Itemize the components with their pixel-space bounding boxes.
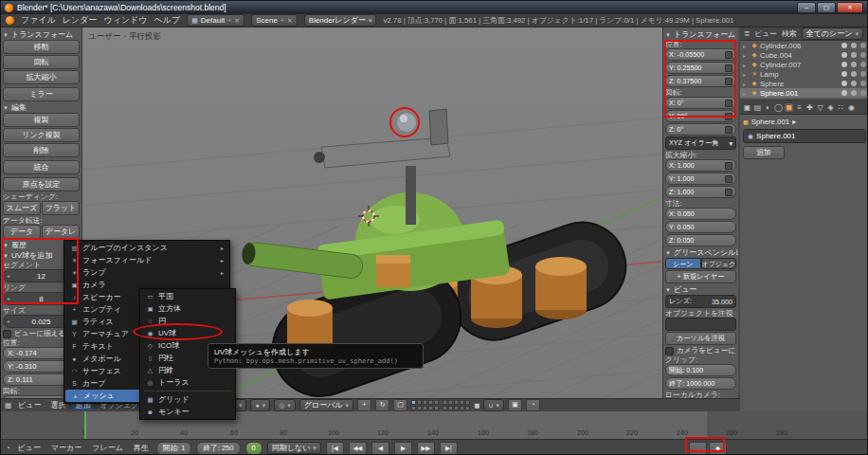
rotation-x-field[interactable]: X: 0° (665, 97, 736, 109)
expand-icon[interactable]: ▸ (743, 52, 749, 59)
data-transfer-button[interactable]: データ (3, 225, 41, 239)
layer-toggle[interactable] (454, 406, 459, 410)
timeline-ruler[interactable]: 0 20 40 60 80 100 120 140 160 180 200 22… (1, 411, 868, 439)
layer-toggle[interactable] (411, 400, 416, 405)
dim-x-field[interactable]: X: 0.050 (665, 208, 736, 220)
mesh-item-grid[interactable]: ▦グリッド (140, 393, 235, 406)
frame-end-field[interactable]: 終了: 250 (196, 442, 240, 455)
scene-selector[interactable]: Scene + ✕ (251, 14, 298, 27)
view-menu[interactable]: ビュー (15, 400, 44, 410)
mesh-item-monkey[interactable]: ☻モンキー (140, 406, 235, 418)
select-toggle[interactable] (851, 71, 857, 77)
lock-icon[interactable] (725, 162, 732, 170)
delete-scene-icon[interactable]: ✕ (287, 17, 293, 25)
layer-toggle[interactable] (443, 400, 447, 405)
object-name[interactable]: Sphere (760, 80, 838, 88)
align-to-view-checkbox[interactable] (3, 330, 11, 338)
jump-to-start-button[interactable]: |◀ (326, 442, 344, 455)
shade-flat-button[interactable]: フラット (42, 201, 80, 215)
mesh-item-cube[interactable]: ▣立方体 (140, 302, 235, 315)
layer-toggle[interactable] (448, 400, 453, 405)
lock-icon[interactable] (725, 126, 732, 134)
visibility-toggle[interactable] (841, 81, 847, 86)
move-button[interactable]: 移動 (3, 40, 80, 54)
render-engine-selector[interactable]: Blenderレンダー ▾ (304, 14, 377, 27)
mesh-item-torus[interactable]: ◎トーラス (140, 376, 235, 389)
outliner-editor-icon[interactable]: ≣ (744, 29, 750, 38)
location-x-field[interactable]: X: -0.05500 (665, 48, 736, 61)
layer-toggle[interactable] (417, 406, 422, 410)
render-toggle[interactable] (860, 43, 866, 48)
layer-toggle[interactable] (465, 406, 470, 410)
layer-toggle[interactable] (448, 406, 453, 410)
layer-toggle[interactable] (434, 400, 439, 405)
npanel-transform-header[interactable]: ▼ トランスフォーム (665, 29, 736, 40)
rotation-mode-dropdown[interactable]: XYZ オイラー角 ▾ (665, 136, 736, 150)
outliner-item-cylinder006[interactable]: ▸ ◆ Cylinder.006 (740, 41, 868, 50)
select-toggle[interactable] (851, 81, 857, 86)
orientation-dropdown[interactable]: グローバル ▾ (299, 399, 353, 411)
auto-keyframe-button[interactable]: ● (689, 442, 707, 455)
scale-z-field[interactable]: Z: 1.000 (665, 186, 736, 198)
outliner-menu-search[interactable]: 検索 (782, 28, 797, 39)
select-toggle[interactable] (851, 62, 857, 67)
visibility-toggle[interactable] (841, 62, 847, 67)
camera-to-view-checkbox[interactable] (665, 347, 674, 355)
outliner-item-cube004[interactable]: ▸ ◆ Cube.004 (740, 50, 868, 60)
join-button[interactable]: 統合 (3, 160, 80, 174)
manipulator-scale-button[interactable]: ▢ (393, 399, 407, 411)
object-name[interactable]: Cylinder.007 (760, 61, 838, 69)
play-button[interactable]: ▶ (394, 442, 412, 455)
add-scene-icon[interactable]: + (280, 17, 284, 24)
add-menu-item-lamp[interactable]: ☀ランプ▸ (64, 266, 229, 279)
select-toggle[interactable] (851, 90, 857, 96)
tab-object-icon[interactable]: ◼ (785, 103, 793, 112)
tab-constraints-icon[interactable]: ≡ (795, 103, 804, 112)
add-button[interactable]: 追加 (743, 146, 785, 159)
render-toggle[interactable] (860, 62, 866, 67)
dim-z-field[interactable]: Z: 0.050 (665, 234, 736, 246)
scale-x-field[interactable]: X: 1.000 (665, 159, 736, 172)
tab-data-icon[interactable]: ▽ (816, 103, 824, 112)
window-titlebar[interactable]: Blender* [C:\Users\anazawa\Downloads\scr… (1, 1, 867, 14)
object-name-field[interactable]: ◉ Sphere.001 (743, 129, 866, 143)
render-opengl-button[interactable]: ▣ (508, 399, 522, 411)
prev-keyframe-button[interactable]: ◀◀ (349, 442, 367, 455)
camera-to-view-row[interactable]: カメラをビューに (665, 346, 736, 355)
layer-toggle[interactable] (460, 400, 464, 405)
dim-y-field[interactable]: Y: 0.050 (665, 221, 736, 233)
shade-smooth-button[interactable]: スムーズ (3, 201, 41, 215)
delete-button[interactable]: 削除 (3, 143, 80, 157)
select-toggle[interactable] (851, 52, 857, 58)
data-layout-button[interactable]: データレ (42, 225, 80, 239)
tab-world-icon[interactable]: ◯ (774, 103, 783, 112)
rotation-z-field[interactable]: Z: 0° (665, 123, 736, 136)
delete-layout-icon[interactable]: ✕ (234, 17, 240, 25)
render-toggle[interactable] (860, 81, 866, 86)
menu-help[interactable]: ヘルプ (154, 14, 181, 27)
expand-icon[interactable]: ▸ (743, 81, 749, 87)
layer-toggle[interactable] (460, 406, 464, 410)
lock-icon[interactable] (725, 189, 732, 196)
minimize-button[interactable]: – (797, 2, 816, 13)
select-toggle[interactable] (851, 43, 857, 48)
lock-icon[interactable] (725, 175, 732, 183)
scale-button[interactable]: 拡大縮小 (3, 70, 80, 84)
outliner-scope-dropdown[interactable]: 全てのシーン ▾ (802, 27, 863, 40)
rotation-y-field[interactable]: Y: 90° (665, 110, 736, 122)
menu-file[interactable]: ファイル (21, 14, 56, 27)
duplicate-button[interactable]: 複製 (3, 113, 80, 127)
expand-icon[interactable]: ▸ (743, 62, 749, 68)
layer-toggle[interactable] (423, 400, 427, 405)
play-reverse-button[interactable]: ◀ (371, 442, 389, 455)
shading-dropdown[interactable]: ● ▾ (250, 399, 270, 411)
location-z-field[interactable]: Z: 0.37500 (665, 75, 736, 87)
add-menu-item-group-instance[interactable]: ▥グループのインスタンス▸ (64, 242, 229, 254)
layer-toggle[interactable] (465, 400, 470, 405)
render-opengl-anim-button[interactable]: ◔ (526, 399, 540, 411)
tab-render-icon[interactable]: ▣ (743, 103, 751, 112)
maximize-button[interactable]: ▢ (817, 2, 836, 13)
object-name[interactable]: Cylinder.006 (760, 42, 838, 50)
visibility-toggle[interactable] (841, 71, 847, 77)
mesh-item-uv-sphere[interactable]: ◉UV球 (140, 327, 235, 339)
